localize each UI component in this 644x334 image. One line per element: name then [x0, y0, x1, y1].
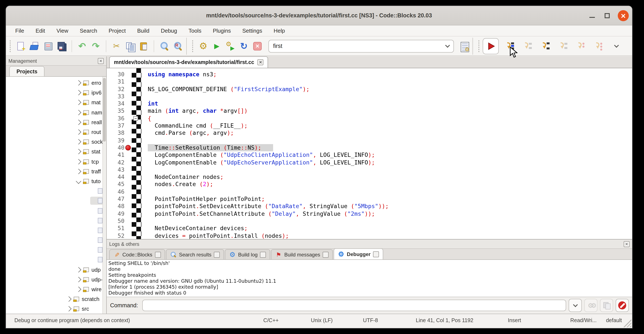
target-options-button[interactable]	[457, 39, 471, 53]
line-number[interactable]: 52	[107, 232, 124, 239]
code-line-36[interactable]: 36{	[107, 115, 632, 122]
paste-button[interactable]	[137, 39, 150, 53]
line-number[interactable]: 34	[107, 100, 124, 107]
command-history-dropdown[interactable]	[569, 299, 582, 312]
debugger-log-output[interactable]: Setting SHELL to '/bin/sh'doneSetting br…	[107, 260, 632, 297]
tree-item-wire[interactable]: wire	[6, 284, 106, 294]
line-number[interactable]: 43	[107, 166, 124, 174]
editor-tab-first-cc[interactable]: mnt/dev/tools/source/ns-3-dev/examples/t…	[109, 56, 268, 68]
log-tab-code-blocks[interactable]: Code::Blocks	[109, 249, 165, 259]
tree-item-fo[interactable]: fo	[6, 206, 106, 215]
build-button[interactable]	[196, 39, 210, 53]
menu-edit[interactable]: Edit	[36, 28, 45, 34]
tree-item-se[interactable]: se	[6, 225, 106, 235]
code-line-39[interactable]: 39	[107, 137, 632, 144]
copy-log-button[interactable]	[600, 299, 613, 312]
line-number[interactable]: 32	[107, 85, 124, 93]
tree-item-fif[interactable]: fif	[6, 186, 106, 196]
log-tab-close-icon[interactable]	[373, 251, 379, 257]
run-button[interactable]	[210, 39, 224, 53]
tree-item-ipv6[interactable]: ipv6	[6, 88, 106, 98]
tree-item-sock[interactable]: sock	[6, 137, 106, 147]
run-to-cursor-button[interactable]	[503, 39, 516, 53]
log-tab-build-log[interactable]: Build log	[225, 249, 270, 259]
logs-close-icon[interactable]: ✕	[624, 241, 630, 247]
tree-item-tuto[interactable]: tuto	[6, 176, 106, 186]
replace-button[interactable]: R	[171, 39, 184, 53]
step-into-instruction-button[interactable]	[592, 39, 606, 53]
menu-project[interactable]: Project	[108, 28, 126, 34]
debug-continue-button[interactable]	[483, 38, 499, 54]
code-line-42[interactable]: 42 LogComponentEnable ("UdpEchoServerApp…	[107, 159, 632, 166]
fold-collapse-icon[interactable]	[133, 116, 138, 121]
debugger-settings-button[interactable]	[584, 299, 598, 312]
line-number[interactable]: 49	[107, 210, 124, 217]
tree-item-erro[interactable]: erro	[6, 78, 106, 88]
tree-scrollbar[interactable]	[102, 77, 106, 314]
tree-item-mat[interactable]: mat	[6, 98, 106, 107]
editor-tab-close-icon[interactable]: ✕	[258, 59, 264, 65]
tree-item-six[interactable]: six	[6, 245, 106, 255]
cut-button[interactable]	[110, 39, 123, 53]
projects-tree[interactable]: erroipv6matnamreallroutsockstattcptrafft…	[6, 77, 106, 314]
menu-settings[interactable]: Settings	[242, 28, 262, 34]
line-number[interactable]: 39	[107, 137, 124, 144]
chevron-right-icon[interactable]	[76, 100, 81, 105]
code-line-40[interactable]: 40 Time::SetResolution (Time::NS);	[107, 144, 632, 152]
line-number[interactable]: 42	[107, 159, 124, 166]
copy-button[interactable]	[123, 39, 137, 53]
step-out-button[interactable]	[556, 39, 570, 53]
tree-item-nam[interactable]: nam	[6, 107, 106, 117]
tree-item-stat[interactable]: stat	[6, 147, 106, 157]
line-number[interactable]: 41	[107, 152, 124, 159]
step-into-button[interactable]	[538, 39, 552, 53]
code-lines[interactable]: 30using namespace ns3;3132NS_LOG_COMPONE…	[107, 71, 632, 239]
tree-item-he[interactable]: he	[6, 215, 106, 225]
code-line-35[interactable]: 35main (int argc, char *argv[])	[107, 107, 632, 115]
chevron-right-icon[interactable]	[76, 159, 81, 164]
line-number[interactable]: 36	[107, 115, 124, 122]
tree-item-rout[interactable]: rout	[6, 127, 106, 137]
menu-file[interactable]: File	[15, 28, 24, 34]
command-input[interactable]	[142, 300, 566, 311]
code-line-38[interactable]: 38 cmd.Parse (argc, argv);	[107, 130, 632, 137]
management-close-icon[interactable]: ✕	[98, 58, 104, 64]
stop-debugger-button[interactable]	[616, 299, 629, 312]
line-number[interactable]: 35	[107, 107, 124, 115]
tree-item-traff[interactable]: traff	[6, 166, 106, 176]
toolbar-grip[interactable]	[478, 40, 480, 52]
code-line-51[interactable]: 51 NetDeviceContainer devices;	[107, 225, 632, 232]
chevron-right-icon[interactable]	[66, 296, 71, 302]
tree-scrollbar-thumb[interactable]	[103, 78, 106, 142]
code-line-46[interactable]: 46	[107, 188, 632, 196]
tree-item-src[interactable]: src	[6, 304, 106, 314]
chevron-down-icon[interactable]	[76, 178, 81, 184]
line-number[interactable]: 31	[107, 78, 124, 86]
code-line-49[interactable]: 49 pointToPoint.SetChannelAttribute ("De…	[107, 210, 632, 217]
menu-tools[interactable]: Tools	[188, 28, 201, 34]
line-number[interactable]: 47	[107, 195, 124, 203]
save-all-button[interactable]	[54, 39, 68, 53]
find-button[interactable]	[158, 39, 171, 53]
line-number[interactable]: 30	[107, 71, 124, 78]
chevron-right-icon[interactable]	[76, 139, 81, 145]
resize-grip[interactable]	[622, 318, 631, 327]
menu-debug[interactable]: Debug	[161, 28, 177, 34]
build-and-run-button[interactable]	[224, 39, 237, 53]
code-line-43[interactable]: 43	[107, 166, 632, 174]
line-number[interactable]: 37	[107, 122, 124, 130]
code-line-33[interactable]: 33	[107, 93, 632, 100]
close-button[interactable]: ✕	[618, 10, 629, 21]
code-line-30[interactable]: 30using namespace ns3;	[107, 71, 632, 78]
log-tab-close-icon[interactable]	[155, 251, 161, 257]
build-target-combo[interactable]: first	[268, 40, 454, 52]
code-line-31[interactable]: 31	[107, 78, 632, 86]
line-number[interactable]: 38	[107, 130, 124, 137]
breakpoint-marker[interactable]	[125, 145, 131, 151]
maximize-button[interactable]	[602, 10, 613, 21]
line-number[interactable]: 44	[107, 173, 124, 181]
toolbar-grip[interactable]	[192, 40, 194, 52]
line-number[interactable]: 33	[107, 93, 124, 100]
code-editor[interactable]: 30using namespace ns3;3132NS_LOG_COMPONE…	[107, 68, 632, 239]
tree-item-scratch[interactable]: scratch	[6, 294, 106, 304]
